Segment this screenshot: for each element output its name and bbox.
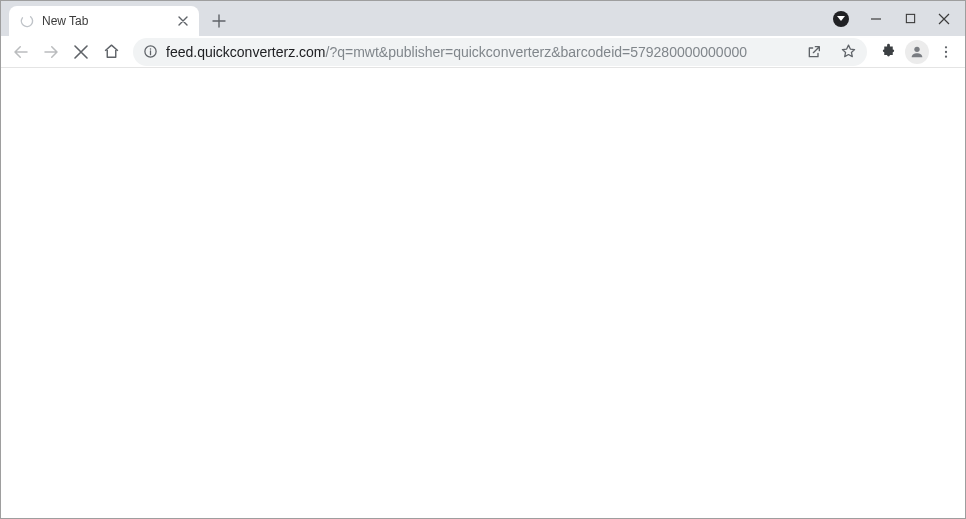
url-text: feed.quickconverterz.com/?q=mwt&publishe… <box>166 44 793 60</box>
update-indicator-icon[interactable] <box>833 11 849 27</box>
toolbar: feed.quickconverterz.com/?q=mwt&publishe… <box>1 36 965 68</box>
profile-button[interactable] <box>905 40 929 64</box>
window-controls <box>833 1 965 36</box>
url-host: feed.quickconverterz.com <box>166 44 326 60</box>
stop-button[interactable] <box>67 38 95 66</box>
tab-strip: New Tab <box>1 1 233 36</box>
tab-strip-bar: New Tab <box>1 1 965 36</box>
maximize-icon <box>905 13 916 24</box>
url-path: /?q=mwt&publisher=quickconverterz&barcod… <box>326 44 747 60</box>
caret-down-icon <box>837 16 845 21</box>
home-icon <box>103 43 120 60</box>
bookmark-button[interactable] <box>835 39 861 65</box>
person-icon <box>909 44 925 60</box>
arrow-right-icon <box>42 43 60 61</box>
site-info-button[interactable] <box>143 44 158 59</box>
tab[interactable]: New Tab <box>9 6 199 36</box>
svg-point-3 <box>150 48 152 50</box>
tab-title: New Tab <box>42 14 167 28</box>
puzzle-icon <box>880 43 897 60</box>
maximize-button[interactable] <box>893 4 927 34</box>
svg-point-6 <box>945 50 947 52</box>
omnibox[interactable]: feed.quickconverterz.com/?q=mwt&publishe… <box>133 38 867 66</box>
close-icon <box>74 45 88 59</box>
new-tab-button[interactable] <box>205 7 233 35</box>
page-content <box>1 68 965 518</box>
browser-window: New Tab <box>0 0 966 519</box>
app-menu-button[interactable] <box>933 39 959 65</box>
svg-rect-1 <box>906 14 914 22</box>
close-tab-button[interactable] <box>175 13 191 29</box>
share-icon <box>806 44 822 60</box>
info-icon <box>143 44 158 59</box>
close-window-button[interactable] <box>927 4 961 34</box>
kebab-menu-icon <box>938 44 954 60</box>
back-button[interactable] <box>7 38 35 66</box>
star-icon <box>840 43 857 60</box>
share-button[interactable] <box>801 39 827 65</box>
forward-button[interactable] <box>37 38 65 66</box>
minimize-button[interactable] <box>859 4 893 34</box>
close-icon <box>178 16 188 26</box>
svg-point-0 <box>20 14 34 28</box>
plus-icon <box>212 14 226 28</box>
minimize-icon <box>870 13 882 25</box>
loading-spinner-icon <box>19 14 34 29</box>
close-icon <box>938 13 950 25</box>
arrow-left-icon <box>12 43 30 61</box>
svg-point-7 <box>945 55 947 57</box>
extensions-button[interactable] <box>875 39 901 65</box>
svg-point-5 <box>945 46 947 48</box>
svg-point-4 <box>914 46 919 51</box>
home-button[interactable] <box>97 38 125 66</box>
